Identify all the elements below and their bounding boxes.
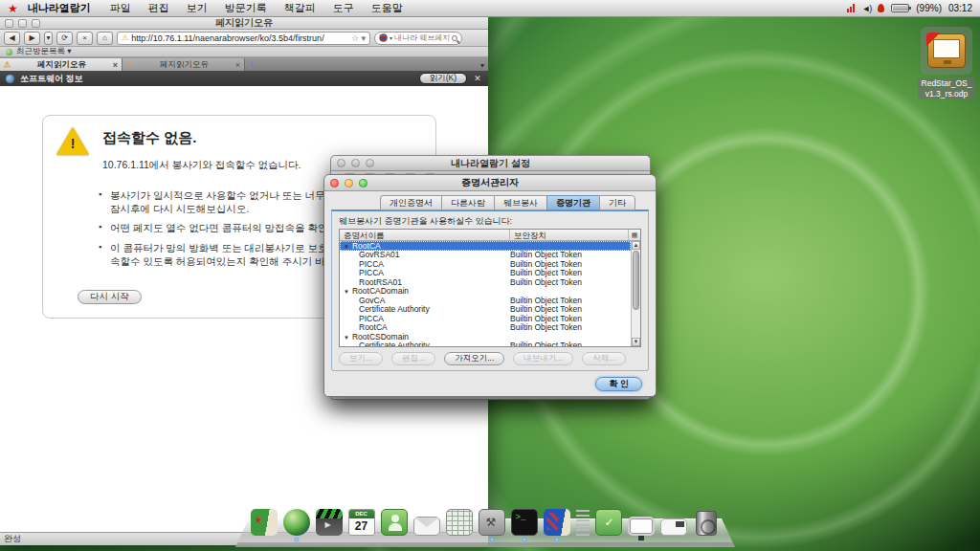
column-security-device[interactable]: 보안장치: [510, 230, 629, 240]
scroll-down-icon[interactable]: ▼: [632, 338, 640, 346]
expand-triangle-icon[interactable]: ▼: [344, 289, 349, 295]
menu-item-1[interactable]: 파일: [110, 1, 131, 15]
cert-device-cell: Builtin Object Token: [510, 296, 631, 305]
display-icon[interactable]: [626, 513, 656, 541]
tab-close-icon[interactable]: ×: [113, 60, 118, 70]
search-engine-icon[interactable]: [379, 33, 388, 42]
cert-device-cell: Builtin Object Token: [510, 250, 631, 259]
expand-triangle-icon[interactable]: ▼: [344, 335, 349, 341]
cert-titlebar[interactable]: 증명서관리자: [324, 175, 656, 191]
search-box[interactable]: ▾: [374, 32, 462, 45]
running-indicator: [490, 538, 494, 541]
globe-icon[interactable]: [281, 509, 311, 541]
presentation-file-icon[interactable]: [927, 33, 966, 68]
cert-device-cell: Builtin Object Token: [510, 322, 631, 332]
mail-icon[interactable]: [412, 509, 441, 541]
browser-titlebar[interactable]: 페지읽기오유: [0, 17, 488, 30]
forward-button[interactable]: ▶: [24, 32, 40, 45]
search-input[interactable]: [394, 33, 450, 42]
warning-icon: ⚠: [126, 60, 133, 69]
cert-name-cell: PICCA: [340, 259, 510, 269]
trash-icon[interactable]: [691, 511, 721, 541]
menu-item-6[interactable]: 도구: [333, 1, 354, 15]
cert-tab-다른사람[interactable]: 다른사람: [441, 195, 494, 210]
cert-tab-증명기관[interactable]: 증명기관: [546, 195, 599, 210]
cert-row[interactable]: GovRSA01Builtin Object Token: [340, 251, 631, 260]
menu-item-4[interactable]: 방문기록: [225, 1, 267, 15]
menu-item-0[interactable]: 내나라열람기: [28, 1, 91, 15]
tab-list-dropdown-icon[interactable]: ▾: [480, 61, 484, 70]
new-tab-button[interactable]: +: [245, 58, 258, 71]
column-picker-icon[interactable]: ▦: [629, 230, 640, 240]
browser-tab[interactable]: ⚠페지읽기오유×: [0, 58, 122, 71]
calculator-icon[interactable]: [444, 509, 474, 541]
software-manager-icon[interactable]: [593, 509, 623, 541]
cert-tab-개인증명서[interactable]: 개인증명서: [380, 195, 441, 210]
menubar-items: 내나라열람기파일편집보기방문기록책갈피도구도움말: [28, 1, 420, 15]
dictionary-icon[interactable]: [542, 509, 571, 541]
cert-row[interactable]: PICCABuiltin Object Token: [340, 269, 631, 278]
reload-button[interactable]: ⟳: [56, 32, 73, 45]
back-button[interactable]: ◀: [4, 32, 20, 45]
search-magnifier-icon[interactable]: [452, 35, 457, 41]
cert-row[interactable]: ▼RootCA: [340, 241, 631, 251]
cert-row[interactable]: ▼RootCSDomain: [340, 332, 631, 342]
home-button[interactable]: ⌂: [97, 32, 113, 45]
terminal-icon[interactable]: >_: [509, 509, 539, 541]
ok-button[interactable]: 확 인: [595, 377, 642, 391]
settings-titlebar[interactable]: 내나라열람기 설정: [331, 156, 650, 171]
calendar-icon[interactable]: DEC27: [346, 509, 376, 541]
cert-device-cell: Builtin Object Token: [510, 259, 631, 269]
cert-row[interactable]: RootRSA01Builtin Object Token: [340, 277, 631, 287]
network-signal-icon[interactable]: [847, 4, 855, 12]
read-button[interactable]: 읽기(K): [419, 73, 467, 84]
menu-item-5[interactable]: 책갈피: [284, 1, 316, 15]
bookmark-star-icon[interactable]: ☆ ▾: [351, 33, 366, 43]
cert-table: 증명서이름 보안장치 ▦ ▼RootCAGovRSA01Builtin Obje…: [339, 229, 641, 347]
tab-close-icon[interactable]: ×: [235, 60, 240, 70]
error-title: 접속할수 없음.: [102, 129, 301, 147]
cert-action-button[interactable]: 가져오기...: [444, 352, 504, 365]
url-text[interactable]: http://10.76.1.11/naenarabrowser/ko/3.5b…: [131, 33, 348, 43]
address-book-icon[interactable]: [249, 509, 278, 541]
cert-name-cell: ▼RootCADomain: [340, 286, 510, 296]
alert-flame-icon[interactable]: [878, 4, 884, 12]
cert-row[interactable]: RootCABuiltin Object Token: [340, 323, 631, 333]
cert-row[interactable]: GovCABuiltin Object Token: [340, 296, 631, 305]
system-tools-icon[interactable]: [477, 509, 506, 541]
media-player-icon[interactable]: [314, 509, 344, 541]
cert-row[interactable]: ▼RootCADomain: [340, 287, 631, 297]
expand-triangle-icon[interactable]: ▼: [344, 244, 349, 250]
control-panel-icon[interactable]: [658, 513, 688, 541]
battery-percent: (99%): [916, 3, 942, 13]
menu-item-3[interactable]: 보기: [187, 1, 208, 15]
notes-icon[interactable]: [574, 509, 590, 541]
menu-item-2[interactable]: 편집: [148, 1, 169, 15]
volume-icon[interactable]: ◄): [861, 4, 871, 13]
cert-tab-웨브봉사[interactable]: 웨브봉사: [494, 195, 546, 210]
retry-button[interactable]: 다시 시작: [78, 290, 142, 304]
red-star-logo-icon[interactable]: ★: [8, 2, 18, 15]
browser-tab[interactable]: ⚠페지읽기오유×: [122, 58, 245, 71]
browser-toolbar: ◀ ▶ ▾ ⟳ × ⌂ ⚠ http://10.76.1.11/naenarab…: [0, 30, 488, 47]
history-dropdown-icon[interactable]: ▾: [44, 32, 53, 45]
desktop-icon-odp[interactable]: RedStar_OS_ v1.3_rs.odp: [917, 27, 976, 100]
cert-row[interactable]: Certificate AuthorityBuiltin Object Toke…: [340, 305, 631, 315]
search-engine-dropdown-icon[interactable]: ▾: [390, 34, 392, 41]
url-bar[interactable]: ⚠ http://10.76.1.11/naenarabrowser/ko/3.…: [117, 32, 370, 45]
notification-close-icon[interactable]: ✕: [473, 74, 482, 83]
stop-button[interactable]: ×: [77, 32, 93, 45]
cert-scrollbar[interactable]: ▲ ▼: [631, 241, 640, 346]
column-cert-name[interactable]: 증명서이름: [340, 230, 510, 240]
cert-row[interactable]: Certificate AuthorityBuiltin Object Toke…: [340, 342, 631, 347]
recent-visits-menu[interactable]: 최근방문목록 ▾: [16, 46, 72, 57]
scroll-thumb[interactable]: [633, 251, 639, 310]
cert-row[interactable]: PICCABuiltin Object Token: [340, 314, 631, 323]
menu-item-7[interactable]: 도움말: [371, 1, 403, 15]
contacts-icon[interactable]: [379, 509, 409, 541]
cert-tab-기타[interactable]: 기타: [599, 195, 635, 210]
clock[interactable]: 03:12: [948, 3, 972, 13]
scroll-up-icon[interactable]: ▲: [632, 241, 640, 250]
cert-row[interactable]: PICCABuiltin Object Token: [340, 259, 631, 269]
terminal-prompt: >_: [516, 513, 526, 522]
